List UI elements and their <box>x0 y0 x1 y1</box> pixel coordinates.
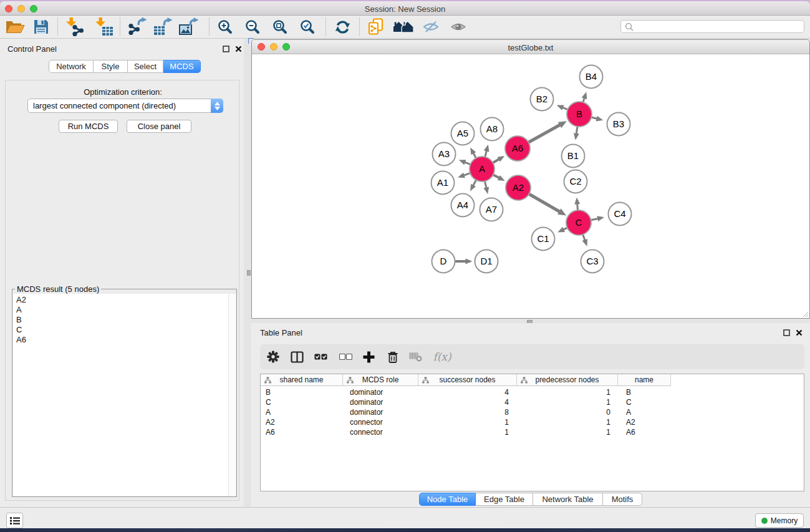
svg-text:C: C <box>576 217 582 228</box>
run-mcds-button[interactable]: Run MCDS <box>59 120 118 133</box>
column-header[interactable]: successor nodes <box>418 374 517 385</box>
zoom-out-icon[interactable] <box>242 17 263 37</box>
close-table-panel-icon[interactable] <box>796 329 803 336</box>
graph-edge-A6-B[interactable] <box>528 125 561 143</box>
tab-node-table[interactable]: Node Table <box>419 493 476 506</box>
task-history-button[interactable] <box>6 513 23 528</box>
open-file-icon[interactable] <box>4 17 26 37</box>
graph-node-A6[interactable]: A6 <box>505 136 530 161</box>
table-row[interactable]: Bdominator41B <box>261 387 804 397</box>
cell-name: A6 <box>618 427 671 437</box>
graph-node-A7[interactable]: A7 <box>480 198 503 221</box>
graph-node-A2[interactable]: A2 <box>506 175 531 200</box>
svg-text:A1: A1 <box>437 177 448 188</box>
graph-node-D1[interactable]: D1 <box>475 250 498 273</box>
table-row[interactable]: Cdominator41C <box>261 397 804 407</box>
close-panel-icon[interactable] <box>235 46 242 52</box>
graph-node-A[interactable]: A <box>470 157 494 181</box>
refresh-icon[interactable] <box>332 17 353 37</box>
show-all-icon[interactable] <box>448 17 469 37</box>
svg-text:B: B <box>576 109 582 119</box>
mcds-panel: Optimization criterion: largest connecte… <box>5 80 239 501</box>
tab-network-table[interactable]: Network Table <box>533 493 603 506</box>
scrollbar-track[interactable] <box>228 294 236 496</box>
cell-empty <box>671 407 804 417</box>
graph-node-D[interactable]: D <box>432 250 455 273</box>
graph-node-C[interactable]: C <box>566 210 591 235</box>
select-all-columns-icon[interactable] <box>310 344 331 369</box>
svg-text:C3: C3 <box>586 256 598 266</box>
memory-label: Memory <box>771 516 798 525</box>
float-table-panel-icon[interactable] <box>783 329 790 336</box>
tab-style[interactable]: Style <box>94 60 128 73</box>
graph-edge-A2-C[interactable] <box>528 193 561 212</box>
graph-node-B[interactable]: B <box>567 102 592 127</box>
table-mode-icon[interactable] <box>286 344 307 369</box>
import-network-icon[interactable] <box>64 17 85 37</box>
graph-node-C1[interactable]: C1 <box>532 228 555 251</box>
delete-table-icon[interactable] <box>405 344 427 369</box>
graph-node-A1[interactable]: A1 <box>432 172 455 195</box>
column-header[interactable]: shared name <box>261 374 343 385</box>
desktop-background-strip <box>0 528 810 532</box>
export-table-icon[interactable] <box>152 17 173 37</box>
graph-node-B4[interactable]: B4 <box>580 65 603 89</box>
close-panel-button[interactable]: Close panel <box>127 120 191 133</box>
graph-node-C2[interactable]: C2 <box>564 170 587 193</box>
table-row[interactable]: Adominator80A <box>261 407 804 417</box>
graph-node-C3[interactable]: C3 <box>581 250 604 273</box>
hide-selected-icon[interactable] <box>420 17 441 37</box>
graph-node-B2[interactable]: B2 <box>531 88 554 111</box>
table-row[interactable]: A2connector11A2 <box>261 417 804 427</box>
column-header[interactable]: MCDS role <box>343 374 418 385</box>
search-input[interactable] <box>634 22 804 31</box>
graph-node-C4[interactable]: C4 <box>609 203 632 226</box>
cell-successor-nodes: 1 <box>418 417 517 427</box>
criterion-dropdown[interactable]: largest connected component (directed) <box>27 99 223 113</box>
graph-node-B3[interactable]: B3 <box>607 113 630 136</box>
graph-node-B1[interactable]: B1 <box>562 145 585 168</box>
export-network-icon[interactable] <box>127 17 148 37</box>
graph-node-A4[interactable]: A4 <box>451 194 475 217</box>
zoom-in-icon[interactable] <box>215 17 236 37</box>
cell-successor-nodes: 4 <box>418 387 517 397</box>
table-row[interactable]: A6connector11A6 <box>261 427 804 437</box>
float-panel-icon[interactable] <box>223 46 229 52</box>
mcds-result-box: MCDS result (5 nodes) A2ABCA6 <box>12 289 237 497</box>
unselect-all-columns-icon[interactable] <box>335 344 356 369</box>
column-header[interactable]: predecessor nodes <box>517 374 618 385</box>
network-window-title: testGlobe.txt <box>252 43 809 52</box>
tab-network[interactable]: Network <box>49 60 94 73</box>
tab-edge-table[interactable]: Edge Table <box>476 493 533 506</box>
graph-edge-arrowhead <box>574 197 580 204</box>
vertical-splitter-handle[interactable] <box>247 270 251 276</box>
table-panel-tabs: Node Table Edge Table Network Table Moti… <box>419 493 642 506</box>
cell-successor-nodes: 8 <box>418 407 517 417</box>
cell-mcds-role: connector <box>343 417 418 427</box>
cell-successor-nodes: 1 <box>418 427 517 437</box>
function-builder-icon[interactable]: f(x) <box>430 344 455 369</box>
clone-network-icon[interactable] <box>365 17 387 37</box>
tab-motifs[interactable]: Motifs <box>603 493 642 506</box>
delete-columns-icon[interactable] <box>382 344 403 369</box>
import-table-icon[interactable] <box>94 17 115 37</box>
cell-mcds-role: dominator <box>343 387 418 397</box>
column-header[interactable]: name <box>618 374 671 385</box>
tab-select[interactable]: Select <box>128 60 163 73</box>
graph-node-A8[interactable]: A8 <box>481 118 504 141</box>
home-icon[interactable] <box>393 17 414 37</box>
memory-button[interactable]: Memory <box>755 513 804 528</box>
create-column-icon[interactable] <box>358 344 379 369</box>
save-session-icon[interactable] <box>31 17 52 37</box>
export-image-icon[interactable] <box>178 17 200 37</box>
network-window-titlebar[interactable]: testGlobe.txt <box>252 40 809 54</box>
settings-gear-icon[interactable] <box>263 344 284 369</box>
network-canvas[interactable]: AA1A2A3A4A5A6A7A8BB1B2B3B4CC1C2C3C4DD1 <box>252 54 809 318</box>
tab-mcds[interactable]: MCDS <box>163 60 201 73</box>
graph-node-A3[interactable]: A3 <box>433 143 456 166</box>
zoom-fit-icon[interactable] <box>269 17 291 37</box>
resize-grip[interactable] <box>801 310 809 317</box>
graph-node-A5[interactable]: A5 <box>451 122 475 145</box>
network-view-window: testGlobe.txt AA1A2A3A4A5A6A7A8BB1B2B3B4… <box>251 39 810 319</box>
zoom-selected-icon[interactable] <box>297 17 318 37</box>
